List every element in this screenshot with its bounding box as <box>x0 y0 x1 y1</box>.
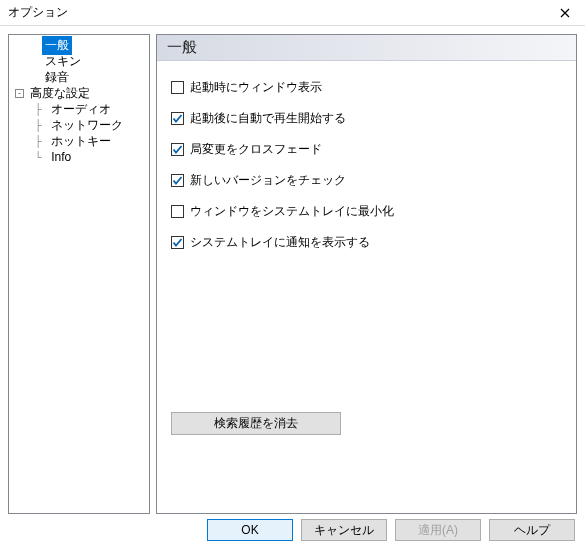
checkbox-option[interactable]: システムトレイに通知を表示する <box>171 234 562 251</box>
close-button[interactable] <box>545 0 585 26</box>
checkbox-icon <box>171 143 184 156</box>
checkbox-option[interactable]: 起動時にウィンドウ表示 <box>171 79 562 96</box>
checkbox-label: 起動時にウィンドウ表示 <box>190 79 322 96</box>
panel-body: 起動時にウィンドウ表示起動後に自動で再生開始する局変更をクロスフェード新しいバー… <box>157 61 576 513</box>
checkbox-label: 起動後に自動で再生開始する <box>190 110 346 127</box>
tree-item[interactable]: ├ ホットキー <box>9 133 149 149</box>
titlebar: オプション <box>0 0 585 26</box>
checkbox-option[interactable]: ウィンドウをシステムトレイに最小化 <box>171 203 562 220</box>
tree-item[interactable]: └ Info <box>9 149 149 165</box>
category-tree[interactable]: 一般 スキン 録音-高度な設定 ├ オーディオ ├ ネットワーク ├ ホットキー… <box>8 34 150 514</box>
tree-item-label: Info <box>48 149 74 165</box>
dialog-footer: OK キャンセル 適用(A) ヘルプ <box>0 514 585 546</box>
help-button[interactable]: ヘルプ <box>489 519 575 541</box>
checkbox-label: 新しいバージョンをチェック <box>190 172 346 189</box>
dialog-body: 一般 スキン 録音-高度な設定 ├ オーディオ ├ ネットワーク ├ ホットキー… <box>0 26 585 514</box>
checkbox-option[interactable]: 局変更をクロスフェード <box>171 141 562 158</box>
tree-branch-icon: ├ <box>15 103 48 116</box>
tree-branch-icon: ├ <box>15 135 48 148</box>
checkbox-icon <box>171 112 184 125</box>
panel-title: 一般 <box>157 35 576 61</box>
close-icon <box>560 8 570 18</box>
tree-branch-icon <box>15 39 42 52</box>
checkbox-option[interactable]: 起動後に自動で再生開始する <box>171 110 562 127</box>
checkbox-icon <box>171 81 184 94</box>
ok-button[interactable]: OK <box>207 519 293 541</box>
cancel-button[interactable]: キャンセル <box>301 519 387 541</box>
tree-expander-icon[interactable]: - <box>15 89 24 98</box>
tree-branch-icon: └ <box>15 151 48 164</box>
clear-search-history-button[interactable]: 検索履歴を消去 <box>171 412 341 435</box>
checkbox-icon <box>171 205 184 218</box>
checkbox-label: ウィンドウをシステムトレイに最小化 <box>190 203 394 220</box>
window-title: オプション <box>8 4 68 21</box>
apply-button[interactable]: 適用(A) <box>395 519 481 541</box>
checkbox-label: システムトレイに通知を表示する <box>190 234 370 251</box>
checkbox-option[interactable]: 新しいバージョンをチェック <box>171 172 562 189</box>
tree-branch-icon: ├ <box>15 119 48 132</box>
tree-item[interactable]: スキン <box>9 53 149 69</box>
checkbox-icon <box>171 174 184 187</box>
tree-item-label: ホットキー <box>48 132 114 151</box>
checkbox-label: 局変更をクロスフェード <box>190 141 322 158</box>
tree-branch-icon <box>15 71 42 84</box>
checkbox-icon <box>171 236 184 249</box>
tree-branch-icon <box>15 55 42 68</box>
settings-panel: 一般 起動時にウィンドウ表示起動後に自動で再生開始する局変更をクロスフェード新し… <box>156 34 577 514</box>
